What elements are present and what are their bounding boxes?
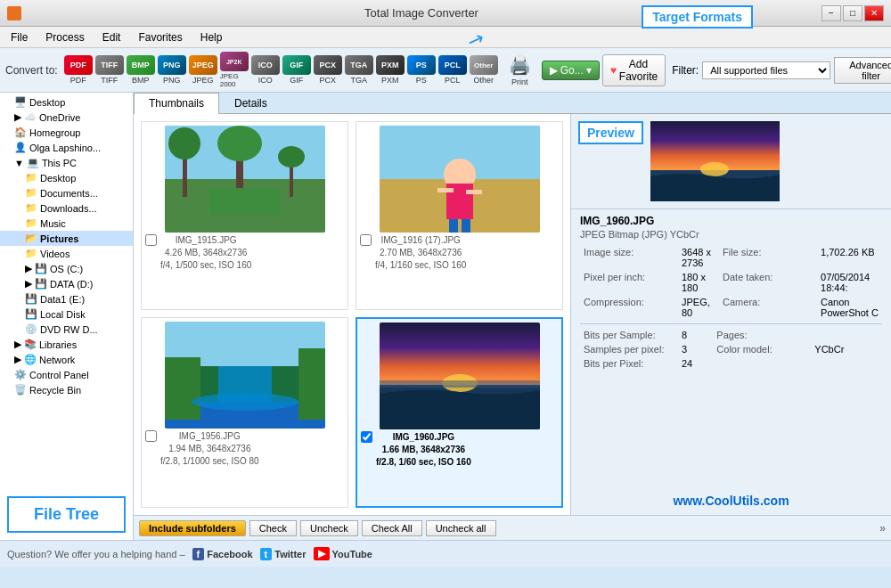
sidebar-item-desktop2[interactable]: 📁 Desktop xyxy=(0,170,133,185)
folder-open-icon: 📂 xyxy=(25,233,37,244)
tab-thumbnails[interactable]: Thumbnails xyxy=(134,93,219,114)
format-gif[interactable]: GIF GIF xyxy=(282,55,311,85)
facebook-button[interactable]: f Facebook xyxy=(192,548,253,560)
thumbnail-item[interactable]: IMG_1956.JPG 1.94 MB, 3648x2736 f/2.8, 1… xyxy=(141,317,348,508)
format-pcx[interactable]: PCX PCX xyxy=(314,55,342,85)
go-button[interactable]: ▶ Go... ▾ xyxy=(542,61,600,80)
format-tiff[interactable]: TIFF TIFF xyxy=(95,55,124,85)
format-other[interactable]: Other Other xyxy=(470,55,498,85)
include-subfolders-button[interactable]: Include subfolders xyxy=(139,520,246,536)
add-favorite-button[interactable]: ♥ Add Favorite xyxy=(602,54,666,86)
preview-details: IMG_1960.JPG JPEG Bitmap (JPG) YCbCr Ima… xyxy=(571,208,891,376)
tab-details[interactable]: Details xyxy=(219,93,282,113)
table-row: Compression: JPEG, 80 Camera: Canon Powe… xyxy=(580,295,882,320)
preview-metadata-table2: Bits per Sample: 8 Pages: Samples per pi… xyxy=(580,328,882,371)
thumb-checkbox-2[interactable] xyxy=(360,234,372,246)
sidebar-item-localdisk[interactable]: 💾 Local Disk xyxy=(0,306,133,322)
format-ico[interactable]: ICO ICO xyxy=(251,55,280,85)
file-tree-button[interactable]: File Tree xyxy=(7,496,126,533)
expand-icon4: ▶ xyxy=(25,278,32,290)
menu-edit[interactable]: Edit xyxy=(95,29,128,45)
format-bmp[interactable]: BMP BMP xyxy=(127,55,155,85)
svg-rect-20 xyxy=(165,357,200,420)
advanced-filter-button[interactable]: Advanced filter xyxy=(834,57,891,84)
uncheck-button[interactable]: Uncheck xyxy=(300,520,358,536)
folder-icon: 📁 xyxy=(25,172,37,184)
bottom-bar: Include subfolders Check Uncheck Check A… xyxy=(134,515,891,540)
sidebar-item-controlpanel[interactable]: ⚙️ Control Panel xyxy=(0,367,133,382)
sidebar-item-documents[interactable]: 📁 Documents... xyxy=(0,185,133,200)
sidebar-item-homegroup[interactable]: 🏠 Homegroup xyxy=(0,125,133,140)
drive-icon: 💾 xyxy=(35,263,47,274)
preview-panel: Preview xyxy=(570,114,891,515)
print-button[interactable]: 🖨️ Print xyxy=(509,54,531,86)
sidebar-item-libraries[interactable]: ▶ 📚 Libraries xyxy=(0,337,133,352)
preview-image xyxy=(650,121,780,201)
menu-process[interactable]: Process xyxy=(38,29,91,45)
format-jpeg2000[interactable]: JP2K JPEG 2000 xyxy=(220,52,249,88)
sidebar-item-recyclebin[interactable]: 🗑️ Recycle Bin xyxy=(0,382,133,397)
check-all-button[interactable]: Check All xyxy=(362,520,422,536)
scroll-right-icon: » xyxy=(879,522,886,535)
thumb-checkbox-3[interactable] xyxy=(145,430,157,442)
svg-rect-14 xyxy=(466,190,482,194)
sidebar-item-thispc[interactable]: ▼ 💻 This PC xyxy=(0,155,133,170)
maximize-button[interactable]: □ xyxy=(843,5,862,21)
filter-label: Filter: xyxy=(672,64,699,77)
youtube-button[interactable]: ▶ YouTube xyxy=(314,547,372,560)
sidebar-item-desktop[interactable]: 🖥️ Desktop xyxy=(0,94,133,110)
expand-icon2: ▼ xyxy=(14,158,24,168)
svg-point-3 xyxy=(168,127,200,159)
thumbnail-item-selected[interactable]: IMG_1960.JPG 1.66 MB, 3648x2736 f/2.8, 1… xyxy=(356,317,563,508)
coolutils-link[interactable]: www.CoolUtils.com xyxy=(571,486,891,515)
thumbnail-item[interactable]: IMG_1916 (17).JPG 2.70 MB, 3648x2736 f/4… xyxy=(356,121,563,310)
format-ps[interactable]: PS PS xyxy=(407,55,436,85)
format-pxm[interactable]: PXM PXM xyxy=(376,55,405,85)
format-pcl[interactable]: PCL PCL xyxy=(438,55,467,85)
menu-favorites[interactable]: Favorites xyxy=(131,29,189,45)
pool-image xyxy=(165,322,325,429)
minimize-button[interactable]: − xyxy=(822,5,841,21)
check-button[interactable]: Check xyxy=(249,520,297,536)
uncheck-all-button[interactable]: Uncheck all xyxy=(426,520,496,536)
sidebar-item-pictures[interactable]: 📂 Pictures xyxy=(0,231,133,246)
onedrive-icon: ☁️ xyxy=(24,111,37,123)
format-tga[interactable]: TGA TGA xyxy=(345,55,373,85)
expand-icon: ▶ xyxy=(14,111,21,123)
garden-image xyxy=(165,126,325,233)
preview-filename: IMG_1960.JPG xyxy=(580,215,882,227)
libs-icon: 📚 xyxy=(24,339,37,350)
format-jpeg[interactable]: JPEG JPEG xyxy=(189,55,217,85)
menu-bar: File Process Edit Favorites Help xyxy=(0,27,891,48)
title-bar: Total Image Converter Target Formats ↙ −… xyxy=(0,0,891,27)
svg-rect-15 xyxy=(449,219,458,233)
sidebar-item-datad[interactable]: ▶ 💾 DATA (D:) xyxy=(0,276,133,291)
sidebar-item-videos[interactable]: 📁 Videos xyxy=(0,246,133,261)
filter-dropdown[interactable]: All supported files xyxy=(702,61,830,79)
sidebar-item-dvd[interactable]: 💿 DVD RW D... xyxy=(0,322,133,337)
twitter-button[interactable]: t Twitter xyxy=(260,548,307,560)
controlpanel-icon: ⚙️ xyxy=(14,369,27,380)
sidebar-item-music[interactable]: 📁 Music xyxy=(0,216,133,231)
target-formats-label: Target Formats xyxy=(652,10,742,24)
sunset-image xyxy=(380,323,540,429)
sidebar-item-osc[interactable]: ▶ 💾 OS (C:) xyxy=(0,261,133,276)
folder-icon3: 📁 xyxy=(25,202,37,214)
format-pdf[interactable]: PDF PDF xyxy=(64,55,93,85)
close-button[interactable]: ✕ xyxy=(864,5,884,21)
sidebar-item-downloads[interactable]: 📁 Downloads... xyxy=(0,200,133,216)
thumbnail-item[interactable]: IMG_1915.JPG 4.26 MB, 3648x2736 f/4, 1/5… xyxy=(141,121,348,310)
sidebar-item-datae[interactable]: 💾 Data1 (E:) xyxy=(0,291,133,306)
thumb-checkbox-4[interactable] xyxy=(361,431,372,443)
sidebar-item-network[interactable]: ▶ 🌐 Network xyxy=(0,352,133,367)
user-icon: 👤 xyxy=(14,142,27,153)
sidebar-item-onedrive[interactable]: ▶ ☁️ OneDrive xyxy=(0,110,133,125)
format-png[interactable]: PNG PNG xyxy=(158,55,186,85)
expand-icon6: ▶ xyxy=(14,354,21,365)
network-icon: 🌐 xyxy=(24,354,37,365)
sidebar-item-user[interactable]: 👤 Olga Lapshino... xyxy=(0,140,133,155)
menu-file[interactable]: File xyxy=(4,29,35,45)
thumb-checkbox-1[interactable] xyxy=(145,234,157,246)
menu-help[interactable]: Help xyxy=(193,29,230,45)
sidebar: 🖥️ Desktop ▶ ☁️ OneDrive 🏠 Homegroup 👤 O… xyxy=(0,93,134,540)
